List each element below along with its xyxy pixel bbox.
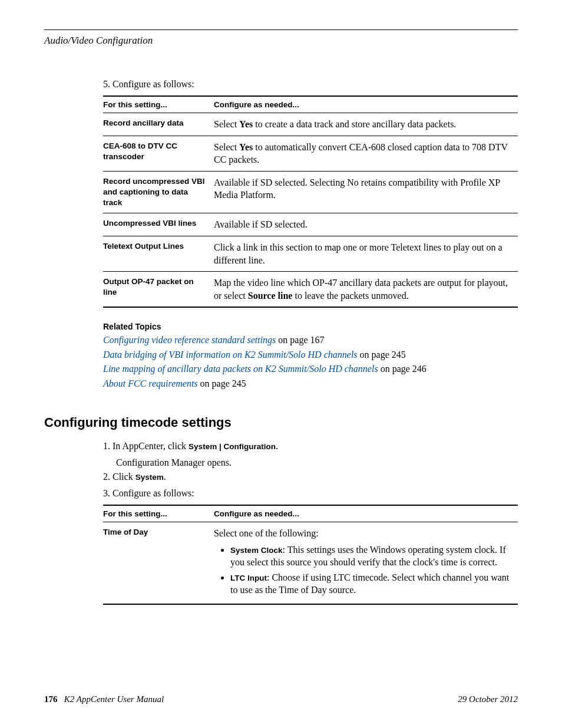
related-link-line: Data bridging of VBI information on K2 S…	[103, 348, 518, 361]
table-row-setting: Uncompressed VBI lines	[103, 213, 214, 236]
step-3: 3. Configure as follows:	[103, 488, 518, 499]
table-row-setting: Output OP-47 packet on line	[103, 272, 214, 308]
related-link[interactable]: Data bridging of VBI information on K2 S…	[103, 350, 358, 360]
related-link-line: Line mapping of ancillary data packets o…	[103, 363, 518, 375]
list-item: LTC Input: Choose if using LTC timecode.…	[230, 571, 513, 597]
table-row-desc: Available if SD selected. Selecting No r…	[214, 171, 518, 213]
related-link[interactable]: Configuring video reference standard set…	[103, 335, 276, 345]
table-row-desc: Select one of the following: System Cloc…	[214, 522, 518, 604]
settings-table-1: For this setting... Configure as needed.…	[103, 95, 518, 308]
table-row-setting: Record ancillary data	[103, 113, 214, 136]
step-1: 1. In AppCenter, click System | Configur…	[103, 441, 518, 452]
step-1-sub: Configuration Manager opens.	[116, 457, 518, 468]
list-item: System Clock: This settings uses the Win…	[230, 543, 513, 569]
section-heading-timecode: Configuring timecode settings	[44, 415, 518, 430]
table1-header-setting: For this setting...	[103, 96, 214, 113]
table-row-setting: Time of Day	[103, 522, 214, 604]
related-link-line: Configuring video reference standard set…	[103, 334, 518, 347]
page-footer: 176 K2 AppCenter User Manual 29 October …	[44, 694, 518, 704]
related-link-line: About FCC requirements on page 245	[103, 377, 518, 390]
table-row-desc: Click a link in this section to map one …	[214, 236, 518, 272]
manual-title: K2 AppCenter User Manual	[64, 694, 164, 704]
step-2: 2. Click System.	[103, 472, 518, 482]
table-row-desc: Available if SD selected.	[214, 213, 518, 236]
table-row-desc: Select Yes to automatically convert CEA-…	[214, 136, 518, 171]
footer-date: 29 October 2012	[458, 694, 518, 704]
table1-header-configure: Configure as needed...	[214, 96, 518, 113]
settings-table-2: For this setting... Configure as needed.…	[103, 505, 518, 605]
page-number: 176	[44, 694, 58, 704]
table2-header-setting: For this setting...	[103, 505, 214, 522]
related-link[interactable]: Line mapping of ancillary data packets o…	[103, 364, 378, 374]
header-section-title: Audio/Video Configuration	[44, 35, 518, 47]
table-row-setting: Teletext Output Lines	[103, 236, 214, 272]
related-topics-heading: Related Topics	[103, 322, 518, 331]
related-link[interactable]: About FCC requirements	[103, 378, 198, 388]
step-5: 5. Configure as follows:	[103, 79, 518, 90]
table-row-setting: Record uncompressed VBI and captioning t…	[103, 171, 214, 213]
table-row-setting: CEA-608 to DTV CC transcoder	[103, 136, 214, 171]
table-row-desc: Select Yes to create a data track and st…	[214, 113, 518, 136]
table-row-desc: Map the video line which OP-47 ancillary…	[214, 272, 518, 308]
table2-header-configure: Configure as needed...	[214, 505, 518, 522]
